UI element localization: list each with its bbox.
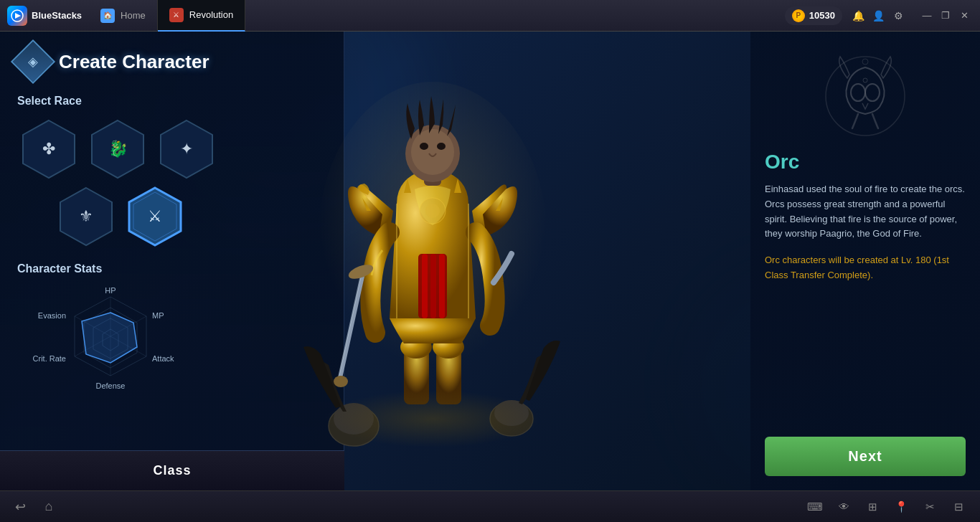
character-display-area (86, 32, 779, 490)
svg-point-57 (862, 59, 868, 65)
titlebar-right: P 10530 🔔 👤 ⚙ — ❐ ✕ (776, 6, 980, 25)
orc-emblem-container (765, 53, 966, 139)
minimize-button[interactable]: — (920, 9, 934, 23)
tab-home[interactable]: 🏠 Home (89, 0, 158, 32)
restore-button[interactable]: ❐ (938, 9, 953, 23)
home-tab-icon: 🏠 (100, 9, 115, 23)
svg-point-45 (420, 143, 428, 150)
svg-point-44 (411, 129, 454, 175)
home-icon[interactable]: ⌂ (40, 498, 57, 516)
coin-amount: 10530 (809, 10, 835, 21)
back-icon[interactable]: ↩ (11, 498, 29, 516)
orc-emblem-icon (822, 53, 908, 139)
coin-icon: P (792, 9, 805, 22)
revolution-tab-label: Revolution (189, 9, 233, 20)
collapse-icon[interactable]: ⊟ (948, 497, 969, 517)
bs-logo-icon (7, 6, 27, 26)
svg-point-56 (863, 78, 867, 82)
settings-icon[interactable]: ⚙ (891, 9, 905, 23)
selected-race-name: Orc (765, 151, 966, 174)
race-level-note: Orc characters will be created at Lv. 18… (765, 253, 966, 283)
svg-marker-1 (15, 13, 21, 19)
svg-rect-36 (430, 254, 436, 318)
home-tab-label: Home (121, 10, 146, 21)
ground-glow (325, 390, 540, 447)
taskbar-left: ↩ ⌂ (11, 498, 57, 516)
grid-icon[interactable]: ⊞ (862, 497, 882, 517)
taskbar-right: ⌨ 👁 ⊞ 📍 ✂ ⊟ (805, 497, 969, 517)
svg-rect-35 (422, 254, 428, 318)
right-info-panel: Orc Einhasad used the soul of fire to cr… (750, 32, 980, 490)
character-model (253, 46, 612, 476)
svg-point-55 (865, 84, 880, 101)
tab-bar: 🏠 Home ⚔ Revolution (89, 0, 776, 32)
svg-point-54 (851, 84, 865, 101)
race-human-button[interactable]: ✤ (17, 118, 80, 181)
bluestacks-logo: BlueStacks (0, 6, 89, 26)
eye-icon[interactable]: 👁 (834, 497, 854, 517)
coins-display: P 10530 (785, 6, 842, 25)
elf-symbol: ✦ (180, 140, 193, 158)
app-name-label: BlueStacks (32, 10, 82, 21)
account-icon[interactable]: 👤 (871, 9, 885, 23)
location-icon[interactable]: 📍 (891, 497, 911, 517)
svg-point-41 (334, 376, 348, 387)
svg-point-46 (437, 143, 446, 150)
next-button[interactable]: Next (765, 437, 966, 476)
titlebar: BlueStacks 🏠 Home ⚔ Revolution P 10530 🔔… (0, 0, 980, 32)
svg-text:Crit. Rate: Crit. Rate (33, 354, 66, 363)
notification-icon[interactable]: 🔔 (851, 9, 865, 23)
close-button[interactable]: ✕ (957, 9, 971, 23)
titlebar-icons: 🔔 👤 ⚙ (851, 9, 905, 23)
human-symbol: ✤ (42, 140, 55, 158)
window-controls: — ❐ ✕ (920, 9, 971, 23)
diamond-symbol: ◈ (28, 54, 38, 70)
svg-point-48 (425, 204, 440, 218)
keyboard-icon[interactable]: ⌨ (805, 497, 825, 517)
orc-symbol: ⚔ (148, 207, 162, 226)
svg-text:Evasion: Evasion (38, 311, 66, 320)
revolution-tab-icon: ⚔ (169, 8, 184, 22)
header-diamond-icon: ◈ (11, 39, 55, 84)
taskbar: ↩ ⌂ ⌨ 👁 ⊞ 📍 ✂ ⊟ (0, 490, 980, 522)
dwarf-symbol: ⚜ (79, 207, 93, 226)
main-content: ◈ Create Character Select Race ✤ (0, 32, 980, 490)
cut-icon[interactable]: ✂ (920, 497, 940, 517)
race-description-text: Einhasad used the soul of fire to create… (765, 182, 966, 242)
svg-rect-37 (439, 254, 445, 318)
tab-revolution[interactable]: ⚔ Revolution (158, 0, 245, 32)
darkelf-symbol: 🐉 (108, 140, 128, 158)
